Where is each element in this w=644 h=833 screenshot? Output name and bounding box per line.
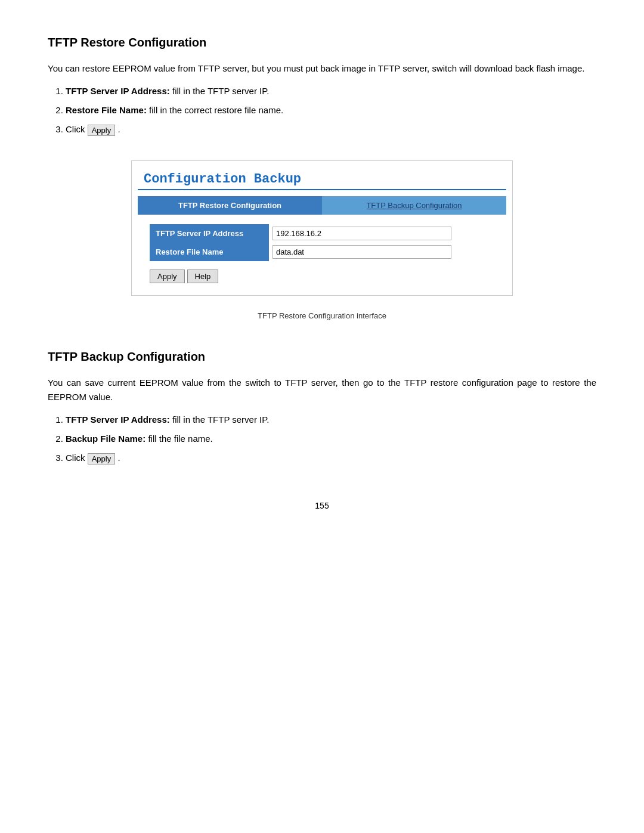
restore-step-2: Restore File Name: fill in the correct r… (66, 103, 596, 117)
backup-step-2: Backup File Name: fill the file name. (66, 432, 596, 446)
restore-file-input[interactable] (273, 245, 451, 259)
backup-step2-label: Backup File Name: (66, 433, 145, 444)
restore-section: TFTP Restore Configuration You can resto… (48, 36, 596, 320)
backup-step1-label: TFTP Server IP Address: (66, 414, 170, 425)
button-row: Apply Help (150, 270, 494, 283)
table-row: Restore File Name (150, 243, 494, 261)
restore-steps: TFTP Server IP Address: fill in the TFTP… (66, 84, 596, 137)
restore-step3-apply-btn[interactable]: Apply (88, 125, 116, 136)
tab-backup[interactable]: TFTP Backup Configuration (322, 196, 506, 215)
restore-step2-label: Restore File Name: (66, 105, 147, 115)
help-button[interactable]: Help (187, 270, 219, 283)
ui-container: Configuration Backup TFTP Restore Config… (48, 148, 596, 320)
page-number: 155 (48, 501, 596, 510)
restore-heading: TFTP Restore Configuration (48, 36, 596, 49)
backup-step2-text: fill the file name. (145, 433, 213, 444)
backup-step3-apply-btn[interactable]: Apply (88, 453, 116, 465)
tab-bar: TFTP Restore Configuration TFTP Backup C… (138, 196, 506, 215)
form-table: TFTP Server IP Address Restore File Name (150, 224, 494, 261)
backup-step3-suffix: . (117, 453, 120, 463)
backup-step1-text: fill in the TFTP server IP. (170, 414, 270, 425)
table-row: TFTP Server IP Address (150, 224, 494, 243)
restore-step-1: TFTP Server IP Address: fill in the TFTP… (66, 84, 596, 98)
backup-section: TFTP Backup Configuration You can save c… (48, 350, 596, 465)
restore-step1-text: fill in the TFTP server IP. (170, 86, 270, 96)
ip-address-input[interactable] (273, 227, 451, 240)
restore-step3-prefix: Click (66, 124, 85, 134)
field-label-ip: TFTP Server IP Address (150, 224, 269, 243)
backup-intro: You can save current EEPROM value from t… (48, 376, 596, 404)
restore-step1-label: TFTP Server IP Address: (66, 86, 170, 96)
backup-step-3: Click Apply . (66, 451, 596, 465)
form-area: TFTP Server IP Address Restore File Name (138, 215, 506, 293)
backup-steps: TFTP Server IP Address: fill in the TFTP… (66, 413, 596, 465)
backup-heading: TFTP Backup Configuration (48, 350, 596, 364)
backup-step3-prefix: Click (66, 453, 85, 463)
apply-button[interactable]: Apply (150, 270, 185, 283)
backup-step-1: TFTP Server IP Address: fill in the TFTP… (66, 413, 596, 427)
tab-restore[interactable]: TFTP Restore Configuration (138, 196, 322, 215)
ui-box: Configuration Backup TFTP Restore Config… (131, 160, 513, 296)
field-input-file (269, 243, 494, 261)
field-input-ip (269, 224, 494, 243)
restore-intro: You can restore EEPROM value from TFTP s… (48, 61, 596, 76)
restore-step-3: Click Apply . (66, 122, 596, 137)
ui-caption: TFTP Restore Configuration interface (258, 311, 386, 320)
config-backup-title: Configuration Backup (138, 167, 506, 190)
field-label-file: Restore File Name (150, 243, 269, 261)
restore-step2-text: fill in the correct restore file name. (147, 105, 283, 115)
restore-step3-suffix: . (117, 124, 120, 134)
